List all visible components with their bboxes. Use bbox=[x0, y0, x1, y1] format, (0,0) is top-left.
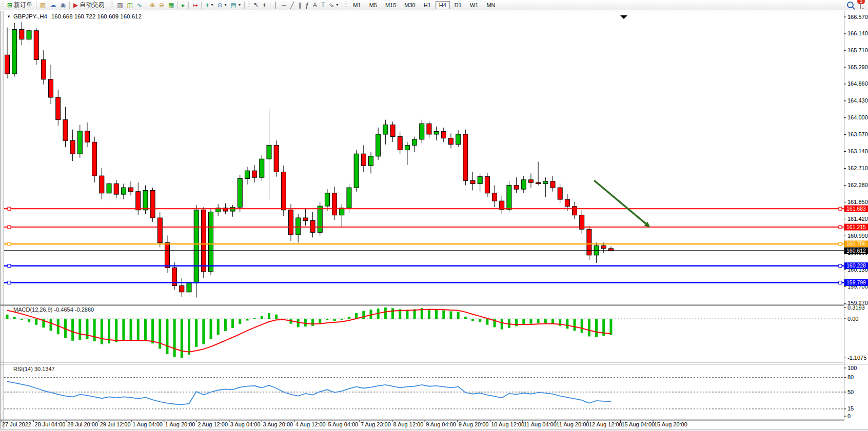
candle-down[interactable] bbox=[274, 145, 279, 172]
auto-trading-button[interactable]: ▶ 自动交易 bbox=[71, 0, 106, 10]
line-handle[interactable] bbox=[8, 242, 11, 245]
candle-down[interactable] bbox=[441, 132, 446, 138]
candle-down[interactable] bbox=[85, 131, 89, 142]
toolbar-grip[interactable] bbox=[248, 2, 250, 8]
zoom-in-button[interactable]: ⊕ bbox=[148, 0, 157, 10]
candle-down[interactable] bbox=[41, 59, 46, 79]
line-handle[interactable] bbox=[8, 225, 11, 229]
candle-up[interactable] bbox=[12, 30, 17, 74]
periods-button[interactable]: ⊙ ▾ bbox=[215, 0, 228, 10]
candle-up[interactable] bbox=[296, 218, 301, 235]
candle-up[interactable] bbox=[143, 190, 148, 210]
candle-down[interactable] bbox=[448, 138, 453, 145]
publish-profile-button[interactable]: ☁ bbox=[48, 0, 58, 10]
candle-up[interactable] bbox=[478, 177, 482, 184]
candle-down[interactable] bbox=[514, 186, 519, 190]
candle-up[interactable] bbox=[209, 212, 213, 272]
candlestick-chart-button[interactable]: ◫ bbox=[125, 0, 134, 10]
candle-down[interactable] bbox=[361, 154, 366, 166]
candle-up[interactable] bbox=[187, 283, 191, 292]
trendline-tool-button[interactable]: ╱ bbox=[288, 0, 296, 10]
line-handle[interactable] bbox=[839, 281, 842, 284]
line-handle[interactable] bbox=[839, 242, 842, 245]
candle-down[interactable] bbox=[201, 210, 206, 272]
candle-down[interactable] bbox=[536, 182, 541, 183]
search-icon[interactable] bbox=[847, 2, 854, 8]
candle-down[interactable] bbox=[136, 192, 141, 210]
text-tool-button[interactable]: A bbox=[311, 0, 319, 10]
line-chart-button[interactable]: ∿ bbox=[135, 0, 144, 10]
candle-up[interactable] bbox=[27, 31, 31, 39]
bar-chart-button[interactable]: ▥ bbox=[115, 0, 125, 10]
candle-up[interactable] bbox=[521, 180, 526, 189]
timeframe-M30[interactable]: M30 bbox=[401, 1, 419, 9]
timeframe-M15[interactable]: M15 bbox=[382, 1, 400, 9]
candle-up[interactable] bbox=[245, 171, 249, 178]
new-order-button[interactable]: ⊞ 新订单 bbox=[5, 0, 34, 10]
candle-down[interactable] bbox=[463, 134, 468, 180]
candle-down[interactable] bbox=[34, 31, 38, 60]
line-handle[interactable] bbox=[839, 225, 842, 229]
chart-canvas[interactable]: 166.570166.140165.710165.290164.860164.4… bbox=[0, 0, 868, 431]
candle-down[interactable] bbox=[281, 172, 286, 210]
toolbar-grip[interactable] bbox=[345, 2, 347, 8]
candle-down[interactable] bbox=[492, 193, 497, 201]
candle-down[interactable] bbox=[601, 245, 606, 248]
timeframe-W1[interactable]: W1 bbox=[466, 1, 482, 9]
timeframe-MN[interactable]: MN bbox=[483, 1, 499, 9]
styles-button[interactable]: ▨ bbox=[38, 0, 48, 10]
candle-down[interactable] bbox=[180, 286, 184, 292]
candle-up[interactable] bbox=[238, 178, 242, 207]
timeframe-M5[interactable]: M5 bbox=[366, 1, 381, 9]
candle-up[interactable] bbox=[543, 181, 548, 184]
candle-down[interactable] bbox=[427, 124, 431, 134]
candle-down[interactable] bbox=[573, 207, 577, 215]
candle-up[interactable] bbox=[376, 134, 381, 156]
candle-down[interactable] bbox=[92, 142, 97, 176]
signals-button[interactable]: ◉ bbox=[58, 0, 67, 10]
horizontal-line-tool-button[interactable]: ─ bbox=[280, 0, 288, 10]
notifications-button[interactable]: 1 bbox=[860, 2, 861, 9]
templates-button[interactable]: ▤ ▾ bbox=[229, 0, 243, 10]
candle-down[interactable] bbox=[558, 188, 562, 199]
candle-up[interactable] bbox=[347, 188, 351, 208]
candle-up[interactable] bbox=[77, 131, 82, 154]
auto-scroll-button[interactable]: ▸ bbox=[180, 0, 187, 10]
candle-down[interactable] bbox=[485, 177, 489, 193]
line-handle[interactable] bbox=[839, 207, 842, 210]
timeframe-D1[interactable]: D1 bbox=[451, 1, 465, 9]
candle-down[interactable] bbox=[252, 171, 257, 177]
arrows-tool-button[interactable]: ⇘ ▾ bbox=[327, 0, 340, 10]
candle-down[interactable] bbox=[303, 218, 308, 220]
candle-down[interactable] bbox=[5, 55, 10, 74]
candle-down[interactable] bbox=[390, 125, 395, 137]
candle-down[interactable] bbox=[310, 220, 315, 232]
candle-up[interactable] bbox=[260, 159, 264, 177]
candle-up[interactable] bbox=[267, 145, 271, 159]
candle-up[interactable] bbox=[507, 186, 511, 210]
channel-tool-button[interactable]: ∥ bbox=[296, 0, 303, 10]
chart-shift-button[interactable]: ↦ bbox=[190, 0, 200, 10]
line-handle[interactable] bbox=[8, 207, 11, 210]
candle-down[interactable] bbox=[114, 183, 119, 194]
candle-up[interactable] bbox=[369, 156, 373, 166]
fibonacci-tool-button[interactable]: ƒ bbox=[303, 0, 311, 10]
candle-up[interactable] bbox=[194, 210, 199, 283]
candle-up[interactable] bbox=[107, 183, 111, 193]
candle-down[interactable] bbox=[565, 199, 569, 207]
text-label-tool-button[interactable]: T bbox=[319, 0, 327, 10]
candle-down[interactable] bbox=[129, 188, 133, 192]
candle-up[interactable] bbox=[121, 188, 126, 194]
indicators-button[interactable]: + ▾ bbox=[203, 0, 215, 10]
candle-down[interactable] bbox=[157, 218, 162, 242]
candle-up[interactable] bbox=[318, 206, 322, 232]
candle-up[interactable] bbox=[383, 125, 388, 134]
candle-down[interactable] bbox=[56, 97, 61, 120]
candle-down[interactable] bbox=[470, 180, 475, 183]
candle-down[interactable] bbox=[289, 210, 293, 235]
candle-down[interactable] bbox=[49, 79, 53, 97]
line-handle[interactable] bbox=[8, 281, 11, 284]
candle-up[interactable] bbox=[420, 124, 424, 139]
timeframe-M1[interactable]: M1 bbox=[349, 1, 364, 9]
candle-up[interactable] bbox=[412, 139, 417, 145]
